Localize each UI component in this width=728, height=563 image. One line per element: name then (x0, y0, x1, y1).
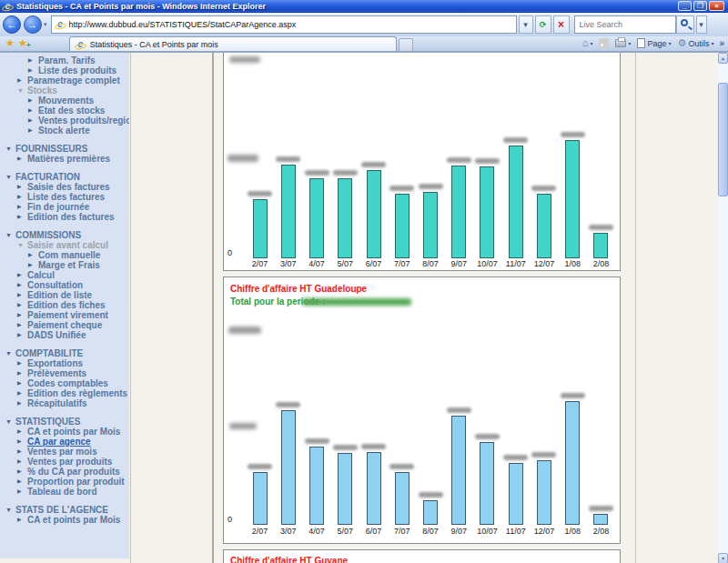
sidebar-item[interactable]: ▶Prélèvements (0, 368, 129, 378)
collapse-icon[interactable]: ▼ (5, 348, 15, 358)
sidebar-item[interactable]: ▼COMPTABILITE (0, 348, 129, 358)
sidebar-item[interactable]: ▶Consultation (0, 280, 129, 290)
expand-icon[interactable]: ▶ (28, 106, 38, 116)
expand-icon[interactable]: ▶ (17, 368, 27, 378)
sidebar-item[interactable]: ▶Etat des stocks (0, 106, 129, 116)
sidebar-item[interactable]: ▶Liste des produits (0, 65, 129, 75)
sidebar-item[interactable]: ▶Param. Tarifs (0, 55, 129, 65)
sidebar-item[interactable]: ▶Com manuelle (0, 250, 129, 260)
expand-icon[interactable]: ▶ (28, 65, 38, 75)
sidebar-item[interactable]: ▼FACTURATION (0, 172, 129, 182)
sidebar-item[interactable]: ▶Récapitulatifs (0, 398, 129, 408)
sidebar-item[interactable]: ▶Saisie des factures (0, 182, 129, 192)
collapse-icon[interactable]: ▼ (5, 417, 15, 427)
sidebar-item[interactable]: ▶Ventes par produits (0, 457, 129, 467)
collapse-icon[interactable]: ▼ (17, 240, 27, 250)
expand-icon[interactable]: ▶ (17, 477, 27, 487)
favorites-center-button[interactable]: ★ (5, 37, 15, 49)
collapse-icon[interactable]: ▼ (5, 172, 15, 182)
address-dropdown-button[interactable]: ▾ (519, 15, 533, 34)
address-url[interactable]: http://www.dubbud.eu/STATISTIQUES/StatCA… (69, 20, 297, 29)
sidebar-item[interactable]: ▼COMMISSIONS (0, 230, 129, 240)
home-button[interactable]: ⌂ ▾ (580, 36, 596, 50)
sidebar-item[interactable]: ▶Fin de journée (0, 202, 129, 212)
expand-icon[interactable]: ▶ (17, 300, 27, 310)
new-tab-stub[interactable] (399, 38, 413, 51)
stop-button[interactable]: × (553, 15, 570, 34)
toolbar-overflow-chevron[interactable]: » (719, 38, 724, 48)
sidebar-item[interactable]: ▶Proportion par produit (0, 477, 129, 487)
close-button[interactable]: × (709, 1, 724, 11)
sidebar-item[interactable]: ▼Saisie avant calcul (0, 240, 129, 250)
sidebar-item[interactable]: ▼Stocks (0, 85, 129, 96)
sidebar-item[interactable]: ▶Ventes par mois (0, 447, 129, 457)
sidebar-item[interactable]: ▶Codes comptables (0, 378, 129, 388)
expand-icon[interactable]: ▶ (28, 96, 38, 106)
sidebar-item[interactable]: ▶Liste des factures (0, 192, 129, 202)
expand-icon[interactable]: ▶ (17, 447, 27, 457)
sidebar-item[interactable]: ▶CA et points par Mois (0, 515, 129, 525)
history-dropdown-icon[interactable]: ▾ (44, 21, 47, 28)
back-button[interactable]: ← (3, 15, 21, 34)
expand-icon[interactable]: ▶ (17, 457, 27, 467)
collapse-icon[interactable]: ▼ (5, 505, 15, 515)
sidebar-item[interactable]: ▶Marge et Frais (0, 260, 129, 270)
address-bar[interactable]: e http://www.dubbud.eu/STATISTIQUES/Stat… (51, 15, 517, 34)
forward-button[interactable]: → (24, 15, 42, 34)
expand-icon[interactable]: ▶ (17, 202, 27, 212)
sidebar-item[interactable]: ▶Mouvements (0, 96, 129, 106)
vertical-scrollbar[interactable]: ▴ ▾ (718, 53, 728, 563)
collapse-icon[interactable]: ▼ (5, 144, 15, 154)
scrollbar-up-button[interactable]: ▴ (718, 53, 728, 64)
expand-icon[interactable]: ▶ (28, 250, 38, 260)
search-button[interactable] (676, 15, 694, 34)
expand-icon[interactable]: ▶ (17, 427, 27, 437)
scrollbar-thumb[interactable] (718, 83, 728, 196)
expand-icon[interactable]: ▶ (17, 467, 27, 477)
print-button[interactable]: ▾ (612, 36, 633, 50)
expand-icon[interactable]: ▶ (17, 310, 27, 320)
search-box[interactable] (574, 15, 676, 34)
expand-icon[interactable]: ▶ (17, 515, 27, 525)
expand-icon[interactable]: ▶ (17, 330, 27, 340)
scrollbar-down-button[interactable]: ▾ (718, 553, 728, 563)
sidebar-item[interactable]: ▼STATISTIQUES (0, 417, 129, 427)
expand-icon[interactable]: ▶ (17, 378, 27, 388)
sidebar-item[interactable]: ▼STATS DE L'AGENCE (0, 505, 129, 515)
sidebar-item[interactable]: ▶Paiement virement (0, 310, 129, 320)
expand-icon[interactable]: ▶ (28, 116, 38, 126)
expand-icon[interactable]: ▶ (17, 437, 27, 447)
expand-icon[interactable]: ▶ (17, 487, 27, 497)
sidebar-item[interactable]: ▶Parametrage complet (0, 75, 129, 85)
expand-icon[interactable]: ▶ (17, 154, 27, 164)
page-menu-button[interactable]: Page ▾ (634, 36, 673, 50)
expand-icon[interactable]: ▶ (28, 260, 38, 270)
minimize-button[interactable]: _ (678, 1, 692, 11)
refresh-button[interactable]: ⟳ (535, 15, 551, 34)
sidebar-item[interactable]: ▶DADS Unifiée (0, 330, 129, 340)
sidebar-item[interactable]: ▶Ventes produits/region (0, 116, 129, 126)
sidebar-item[interactable]: ▶CA et points par Mois (0, 427, 129, 437)
sidebar-item[interactable]: ▶Edition des factures (0, 212, 129, 222)
expand-icon[interactable]: ▶ (17, 192, 27, 202)
expand-icon[interactable]: ▶ (17, 182, 27, 192)
sidebar-item[interactable]: ▶Edition de liste (0, 290, 129, 300)
search-dropdown-button[interactable]: ▾ (696, 15, 707, 34)
sidebar-item[interactable]: ▶Edition des règlements (0, 388, 129, 398)
sidebar-item[interactable]: ▶Tableau de bord (0, 487, 129, 497)
collapse-icon[interactable]: ▼ (17, 85, 27, 96)
expand-icon[interactable]: ▶ (17, 358, 27, 368)
expand-icon[interactable]: ▶ (28, 55, 38, 65)
expand-icon[interactable]: ▶ (17, 388, 27, 398)
page-tab[interactable]: e Statistiques - CA et Points par mois (69, 36, 397, 51)
expand-icon[interactable]: ▶ (17, 290, 27, 300)
expand-icon[interactable]: ▶ (17, 280, 27, 290)
feeds-button[interactable] (596, 36, 612, 50)
tools-menu-button[interactable]: ⚙ Outils ▾ (675, 36, 717, 50)
sidebar-item[interactable]: ▶CA par agence (0, 437, 129, 447)
sidebar-item[interactable]: ▶Matières premières (0, 154, 129, 164)
collapse-icon[interactable]: ▼ (5, 230, 15, 240)
search-input[interactable] (578, 19, 672, 30)
restore-button[interactable]: ❐ (693, 1, 707, 11)
sidebar-item[interactable]: ▶Paiement cheque (0, 320, 129, 330)
